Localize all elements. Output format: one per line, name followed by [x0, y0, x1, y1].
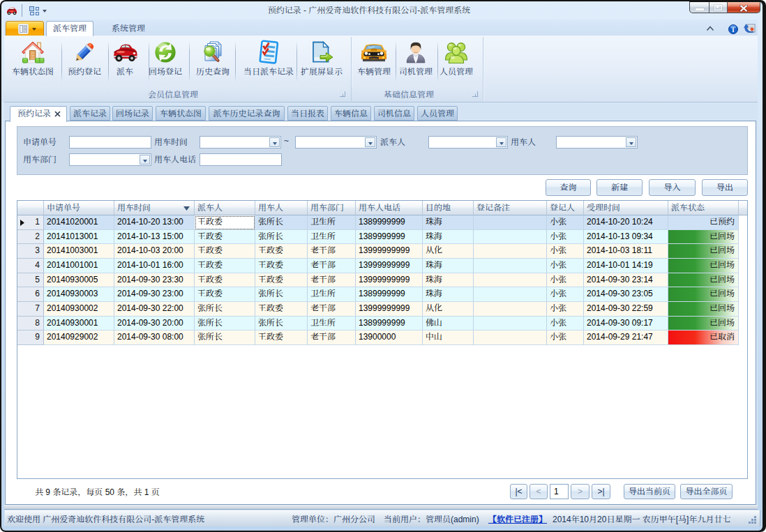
svg-text:i: i	[733, 26, 735, 33]
